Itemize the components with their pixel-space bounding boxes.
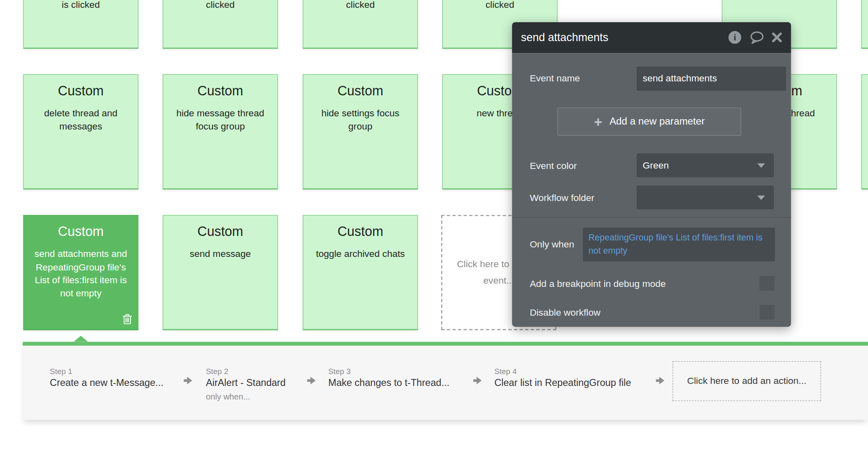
- event-color-dropdown[interactable]: Green: [636, 153, 774, 177]
- step-2[interactable]: Step 2 AirAlert - Standard only when...: [206, 366, 286, 402]
- event-card[interactable]: is clicked: [23, 0, 138, 49]
- event-card-description: delete thread and messages: [24, 107, 138, 133]
- panel-body: Event name + Add a new parameter Event c…: [512, 53, 791, 326]
- arrow-right-icon: [306, 375, 317, 386]
- step-title: Create a new t-Message...: [50, 377, 163, 389]
- add-parameter-button[interactable]: + Add a new parameter: [558, 107, 742, 136]
- event-card-title: Custom: [303, 223, 418, 240]
- trash-icon[interactable]: [122, 314, 132, 325]
- workflow-canvas: is clicked clicked clicked clicked Custo…: [0, 0, 868, 462]
- step-4[interactable]: Step 4 Clear list in RepeatingGroup file: [494, 366, 631, 390]
- event-card-title: Custom: [24, 83, 138, 99]
- step-1[interactable]: Step 1 Create a new t-Message...: [50, 366, 163, 390]
- event-card[interactable]: clicked: [163, 0, 278, 49]
- event-card[interactable]: clicked: [303, 0, 418, 49]
- event-property-panel: send attachments i Event name + Add a ne…: [512, 22, 791, 326]
- event-card[interactable]: [861, 74, 868, 189]
- only-when-label: Only when: [530, 239, 574, 251]
- event-card-description: toggle archived chats: [303, 247, 418, 261]
- step-label: Step 2: [206, 366, 286, 376]
- only-when-expression-box[interactable]: RepeatingGroup file's List of files:firs…: [583, 228, 775, 261]
- panel-title: send attachments: [521, 31, 729, 44]
- event-card-description: send message: [163, 247, 278, 261]
- comment-icon[interactable]: [749, 31, 764, 44]
- add-action-placeholder[interactable]: Click here to add an action...: [673, 361, 821, 401]
- workflow-folder-label: Workflow folder: [530, 192, 595, 205]
- event-card-title: Custom: [24, 223, 138, 240]
- breakpoint-checkbox[interactable]: [760, 276, 774, 291]
- arrow-right-icon: [183, 375, 194, 386]
- event-card-description: send attachments and RepeatingGroup file…: [24, 247, 138, 300]
- add-parameter-label: Add a new parameter: [609, 116, 705, 127]
- event-card-description: hide settings focus group: [303, 107, 418, 133]
- event-color-value: Green: [643, 160, 669, 171]
- event-card-title: Custom: [163, 223, 278, 240]
- plus-icon: +: [594, 114, 602, 129]
- event-card[interactable]: Custom delete thread and messages: [23, 74, 138, 189]
- event-card[interactable]: Custom hide message thread focus group: [163, 74, 278, 189]
- panel-header: send attachments i: [512, 22, 791, 53]
- workflow-folder-dropdown[interactable]: [636, 185, 774, 209]
- event-card-title: Custom: [163, 83, 278, 99]
- breakpoint-label: Add a breakpoint in debug mode: [530, 278, 666, 291]
- chevron-down-icon: [757, 163, 765, 168]
- event-name-input[interactable]: [636, 67, 786, 91]
- event-card-description: clicked: [303, 0, 418, 12]
- action-steps-bar: Step 1 Create a new t-Message... Step 2 …: [23, 342, 868, 420]
- close-icon[interactable]: [772, 32, 782, 43]
- event-card[interactable]: Custom toggle archived chats: [303, 215, 418, 330]
- step-title: Make changes to t-Thread...: [328, 377, 449, 389]
- only-when-expression: RepeatingGroup file's List of files:firs…: [588, 231, 769, 257]
- chevron-down-icon: [757, 195, 765, 200]
- step-label: Step 4: [494, 366, 631, 376]
- step-label: Step 1: [50, 366, 163, 376]
- event-card-description: is clicked: [24, 0, 138, 12]
- step-3[interactable]: Step 3 Make changes to t-Thread...: [328, 366, 449, 390]
- add-action-placeholder-label: Click here to add an action...: [687, 376, 806, 387]
- disable-workflow-checkbox[interactable]: [760, 305, 774, 319]
- event-card-title: Custom: [303, 83, 418, 99]
- event-card[interactable]: [861, 0, 868, 49]
- arrow-right-icon: [655, 375, 666, 386]
- event-card-description: hide message thread focus group: [163, 107, 278, 133]
- event-name-label: Event name: [530, 73, 580, 85]
- step-condition: only when...: [206, 390, 286, 402]
- step-title: Clear list in RepeatingGroup file: [494, 377, 631, 389]
- panel-divider: [512, 217, 791, 217]
- event-card-description: clicked: [163, 0, 278, 12]
- selected-event-pointer: [73, 336, 88, 342]
- step-title: AirAlert - Standard: [206, 377, 286, 389]
- info-icon[interactable]: i: [728, 31, 741, 44]
- event-card[interactable]: Custom send message: [163, 215, 278, 330]
- event-color-label: Event color: [530, 160, 577, 172]
- step-label: Step 3: [328, 366, 449, 376]
- event-card-selected[interactable]: Custom send attachments and RepeatingGro…: [23, 215, 138, 330]
- event-card[interactable]: Custom hide settings focus group: [303, 74, 418, 189]
- event-card-description: clicked: [443, 0, 557, 12]
- disable-workflow-label: Disable workflow: [530, 307, 600, 319]
- arrow-right-icon: [472, 375, 483, 386]
